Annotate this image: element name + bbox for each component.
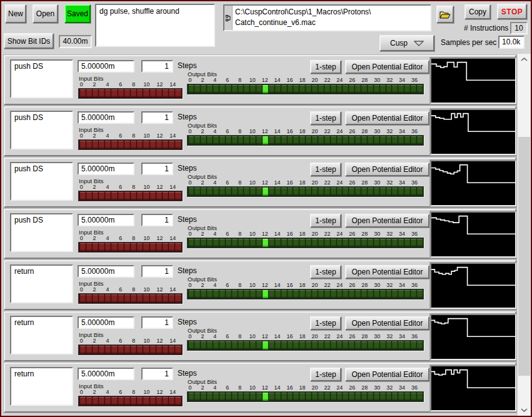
- step-time-input[interactable]: 5.00000m: [78, 214, 134, 226]
- input-led-0: [80, 192, 86, 200]
- output-led-18: [299, 341, 305, 349]
- instruction-name-input[interactable]: return: [10, 367, 73, 406]
- mode-dropdown[interactable]: Cusp: [379, 35, 434, 51]
- macro-path-field[interactable]: C:\CuspControl\Cusp\1_Macros\Protons\ Ca…: [223, 4, 431, 31]
- steps-count-input[interactable]: 1: [141, 214, 173, 226]
- one-step-button[interactable]: 1-step: [310, 163, 341, 176]
- output-led-11: [256, 239, 262, 247]
- steps-count-input[interactable]: 1: [141, 111, 173, 124]
- show-bit-ids-label: Show Bit IDs: [8, 37, 51, 46]
- output-led-27: [355, 85, 361, 93]
- output-led-10: [250, 85, 256, 93]
- one-step-button[interactable]: 1-step: [310, 368, 341, 381]
- output-led-34: [398, 239, 404, 247]
- input-bits-ticks: 02468101214: [78, 389, 183, 395]
- output-led-32: [386, 239, 392, 247]
- open-button[interactable]: Open: [33, 4, 58, 23]
- one-step-button[interactable]: 1-step: [310, 111, 341, 125]
- input-tick-label: 4: [106, 235, 109, 241]
- potential-waveform-display[interactable]: [430, 58, 516, 104]
- output-tick-label: 2: [201, 333, 204, 339]
- output-tick-label: 30: [374, 77, 380, 83]
- browse-folder-button[interactable]: [436, 6, 454, 23]
- input-led-2: [93, 243, 98, 251]
- output-led-30: [374, 393, 379, 401]
- output-led-2: [201, 239, 206, 247]
- step-time-input[interactable]: 5.00000m: [78, 368, 134, 380]
- saved-indicator-button[interactable]: Saved: [64, 4, 91, 23]
- open-potential-editor-button[interactable]: Open Potential Editor: [345, 60, 429, 74]
- potential-waveform-display[interactable]: [430, 211, 516, 258]
- steps-count-input[interactable]: 1: [141, 368, 173, 380]
- output-led-36: [411, 290, 416, 298]
- toolbar: New Open Saved dg pulse, shuffle around …: [1, 1, 531, 54]
- step-time-input[interactable]: 5.00000m: [78, 265, 134, 278]
- open-folder-icon: [439, 11, 451, 19]
- one-step-button[interactable]: 1-step: [310, 214, 341, 228]
- open-potential-editor-button[interactable]: Open Potential Editor: [345, 111, 429, 125]
- step-time-input[interactable]: 5.00000m: [78, 111, 134, 124]
- input-bits-ticks: 02468101214: [78, 338, 183, 344]
- potential-waveform-display[interactable]: [430, 314, 516, 360]
- output-led-12: [263, 188, 268, 196]
- potential-waveform-display[interactable]: [430, 365, 516, 411]
- input-led-6: [118, 397, 124, 405]
- input-led-11: [150, 243, 156, 251]
- open-potential-editor-button[interactable]: Open Potential Editor: [345, 316, 429, 330]
- instruction-name-input[interactable]: push DS: [10, 59, 73, 98]
- output-tick-label: 0: [188, 384, 191, 391]
- input-led-8: [131, 192, 136, 200]
- scroll-down-button[interactable]: [518, 404, 531, 416]
- output-led-8: [238, 136, 244, 144]
- step-time-input[interactable]: 5.00000m: [78, 316, 134, 329]
- steps-count-input[interactable]: 1: [141, 60, 173, 73]
- output-led-37: [417, 85, 423, 93]
- open-potential-editor-button[interactable]: Open Potential Editor: [345, 368, 429, 381]
- scroll-up-button[interactable]: [518, 54, 531, 65]
- open-potential-editor-button[interactable]: Open Potential Editor: [345, 265, 429, 279]
- instruction-name-input[interactable]: return: [10, 264, 73, 303]
- stop-button[interactable]: STOP: [497, 4, 527, 19]
- output-led-29: [368, 341, 373, 349]
- output-tick-label: 2: [201, 231, 204, 237]
- instruction-name-input[interactable]: push DS: [10, 111, 73, 149]
- instruction-name-input[interactable]: push DS: [10, 162, 73, 201]
- potential-waveform-display[interactable]: [430, 263, 516, 309]
- input-tick-label: 8: [132, 81, 135, 88]
- one-step-button[interactable]: 1-step: [310, 60, 341, 74]
- instruction-name-input[interactable]: return: [10, 316, 73, 354]
- potential-waveform-display[interactable]: [430, 160, 516, 206]
- instruction-row: return 5.00000m 1 Steps Input Bits 02468…: [4, 363, 516, 413]
- open-potential-editor-button[interactable]: Open Potential Editor: [345, 163, 429, 176]
- one-step-button[interactable]: 1-step: [310, 265, 341, 279]
- vertical-scrollbar[interactable]: [518, 54, 531, 416]
- open-potential-editor-button[interactable]: Open Potential Editor: [345, 214, 429, 228]
- potential-waveform-display[interactable]: [430, 109, 516, 155]
- copy-button[interactable]: Copy: [464, 4, 491, 19]
- steps-count-input[interactable]: 1: [141, 163, 173, 175]
- scrollbar-thumb[interactable]: [518, 137, 530, 376]
- output-led-1: [194, 136, 200, 144]
- step-time-input[interactable]: 5.00000m: [78, 60, 134, 73]
- output-led-11: [256, 136, 262, 144]
- output-led-32: [386, 136, 392, 144]
- one-step-button[interactable]: 1-step: [310, 316, 341, 330]
- samples-per-sec-input[interactable]: 10.0k: [498, 36, 524, 49]
- output-led-12: [263, 136, 268, 144]
- output-led-19: [306, 393, 311, 401]
- new-button[interactable]: New: [5, 4, 26, 23]
- output-led-4: [213, 136, 219, 144]
- output-led-15: [281, 341, 287, 349]
- step-time-input[interactable]: 5.00000m: [78, 163, 134, 175]
- input-led-9: [137, 397, 143, 405]
- instruction-name-input[interactable]: push DS: [10, 213, 73, 252]
- copy-button-label: Copy: [469, 8, 486, 16]
- output-led-6: [226, 136, 231, 144]
- input-led-14: [169, 192, 174, 200]
- output-led-8: [238, 85, 244, 93]
- steps-count-input[interactable]: 1: [141, 265, 173, 278]
- show-bit-ids-button[interactable]: Show Bit IDs: [4, 33, 54, 49]
- description-input[interactable]: dg pulse, shuffle around: [95, 4, 215, 47]
- output-tick-label: 36: [411, 231, 418, 237]
- steps-count-input[interactable]: 1: [141, 316, 173, 329]
